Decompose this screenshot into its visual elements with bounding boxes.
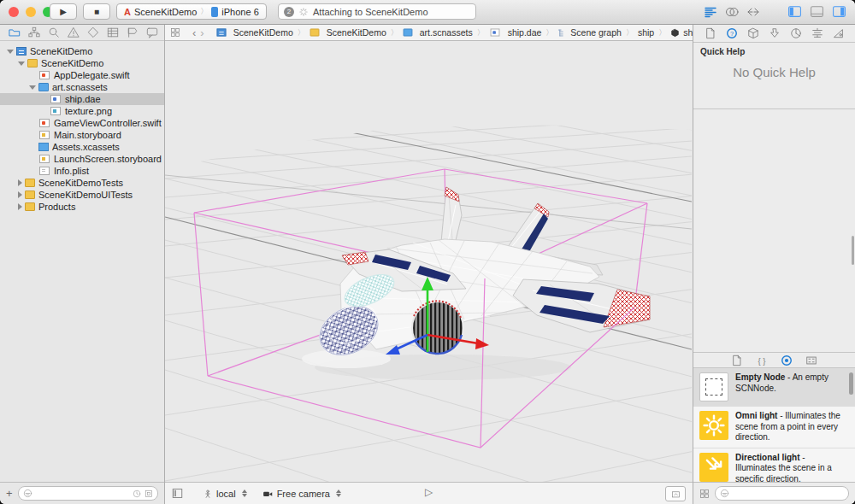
- project-icon: [16, 47, 27, 56]
- navigator-row-ship.dae[interactable]: ship.dae: [0, 93, 164, 105]
- standard-editor-icon[interactable]: [704, 5, 717, 19]
- navigator-row-LaunchScreen.storyboard[interactable]: LaunchScreen.storyboard: [0, 153, 164, 165]
- close-window-button[interactable]: [9, 7, 19, 17]
- jumpbar-item-shipMesh[interactable]: shipMesh: [670, 27, 693, 38]
- navigator-row-SceneKitDemoTests[interactable]: SceneKitDemoTests: [0, 177, 164, 189]
- toggle-inspector-button[interactable]: [832, 4, 846, 19]
- back-button[interactable]: ‹: [192, 26, 196, 39]
- scene-editor-viewport[interactable]: [165, 41, 693, 482]
- disclosure-triangle[interactable]: [18, 179, 22, 186]
- add-button[interactable]: +: [6, 488, 13, 499]
- overlay-icon: [671, 489, 681, 499]
- editor-overlay-button[interactable]: [665, 486, 686, 501]
- media-library-tab[interactable]: [805, 355, 817, 366]
- navigator-row-Assets.xcassets[interactable]: Assets.xcassets: [0, 141, 164, 153]
- transform-space-icon: [203, 489, 212, 498]
- file-template-library-tab[interactable]: [731, 355, 743, 366]
- navigator-row-texture.png[interactable]: texture.png: [0, 105, 164, 117]
- minimize-window-button[interactable]: [26, 7, 36, 17]
- recent-files-icon[interactable]: [133, 489, 141, 498]
- material-inspector-tab[interactable]: [790, 27, 802, 39]
- quick-help-inspector-tab[interactable]: ?: [726, 27, 738, 39]
- jumpbar-item-ship[interactable]: ship: [638, 27, 654, 38]
- navigator-row-AppDelegate.swift[interactable]: AppDelegate.swift: [0, 69, 164, 81]
- navigator-panel: SceneKitDemoSceneKitDemoAppDelegate.swif…: [0, 25, 165, 504]
- navigator-row-Info.plist[interactable]: Info.plist: [0, 165, 164, 177]
- search-navigator-icon[interactable]: [48, 26, 60, 38]
- toolbar-right-controls: [704, 4, 846, 19]
- dae-icon: [50, 95, 61, 103]
- jumpbar-item-art.scnassets[interactable]: art.scnassets: [403, 27, 473, 38]
- scene-editor-toolbar: local Free camera ▷: [165, 482, 693, 504]
- inspector-scrollbar[interactable]: [852, 236, 854, 265]
- disclosure-triangle[interactable]: [18, 191, 22, 198]
- navigator-row-art.scnassets[interactable]: art.scnassets: [0, 81, 164, 93]
- disclosure-triangle[interactable]: [29, 85, 36, 90]
- stop-button[interactable]: ■: [83, 3, 110, 20]
- toggle-navigator-button[interactable]: [787, 4, 802, 19]
- library-scrollbar[interactable]: [849, 372, 853, 395]
- navigator-row-GameViewController.swift[interactable]: GameViewController.swift: [0, 117, 164, 129]
- jumpbar-item-SceneKitDemo[interactable]: SceneKitDemo: [310, 27, 386, 38]
- quick-help-empty-text: No Quick Help: [693, 65, 855, 79]
- file-name: LaunchScreen.storyboard: [54, 154, 162, 164]
- spinner-icon: [298, 7, 309, 17]
- library-filter-field[interactable]: [715, 486, 849, 501]
- file-inspector-tab[interactable]: [705, 27, 716, 39]
- scheme-selector[interactable]: A SceneKitDemo 〉 iPhone 6: [116, 3, 267, 20]
- jumpbar-item-ship.dae[interactable]: ship.dae: [489, 27, 542, 38]
- test-navigator-icon[interactable]: [87, 26, 99, 38]
- jumpbar-item-Scene graph[interactable]: Scene graph: [557, 27, 622, 38]
- library-item-Empty Node[interactable]: Empty Node - An empty SCNNode.: [693, 368, 855, 407]
- jumpbar-item-SceneKitDemo[interactable]: SceneKitDemo: [216, 27, 293, 38]
- code-snippet-library-tab[interactable]: { }: [756, 355, 768, 366]
- directional-light-icon: [699, 453, 728, 482]
- disclosure-triangle[interactable]: [18, 203, 22, 210]
- library-item-Directional light[interactable]: Directional light - Illuminates the scen…: [693, 448, 855, 483]
- transform-space-dropdown[interactable]: local: [216, 489, 236, 499]
- project-icon: [216, 29, 226, 37]
- navigator-row-Products[interactable]: Products: [0, 201, 164, 213]
- breakpoint-navigator-icon[interactable]: [127, 26, 139, 38]
- attributes-inspector-tab[interactable]: [769, 27, 781, 39]
- library-view-mode-icon[interactable]: [699, 489, 710, 499]
- empty-node-icon: [699, 372, 728, 401]
- version-editor-icon[interactable]: [746, 5, 760, 19]
- symbol-navigator-icon[interactable]: [28, 26, 40, 38]
- forward-button[interactable]: ›: [200, 26, 203, 39]
- run-button[interactable]: ▶: [50, 3, 77, 20]
- scheme-name: SceneKitDemo: [134, 7, 197, 17]
- toggle-debug-area-button[interactable]: [810, 4, 824, 19]
- disclosure-triangle[interactable]: [7, 50, 14, 54]
- navigator-row-SceneKitDemo[interactable]: SceneKitDemo: [0, 57, 164, 69]
- project-navigator-icon[interactable]: [9, 26, 21, 38]
- file-name: SceneKitDemoUITests: [38, 190, 133, 200]
- size-inspector-tab[interactable]: [811, 27, 823, 39]
- navigator-row-Main.storyboard[interactable]: Main.storyboard: [0, 129, 164, 141]
- issue-navigator-icon[interactable]: [68, 26, 80, 38]
- disclosure-triangle[interactable]: [18, 62, 25, 66]
- camera-dropdown[interactable]: Free camera: [277, 489, 330, 499]
- object-library-tab[interactable]: [781, 355, 793, 366]
- folder-icon: [25, 202, 35, 211]
- related-items-icon[interactable]: [170, 27, 180, 38]
- library-item-text: Omni light - Illuminates the scene from …: [735, 411, 846, 443]
- navigator-row-SceneKitDemo[interactable]: SceneKitDemo: [0, 45, 164, 57]
- filter-icon: [23, 489, 32, 498]
- library-item-text: Directional light - Illuminates the scen…: [735, 453, 846, 483]
- node-inspector-tab[interactable]: [747, 27, 759, 39]
- library-item-Omni light[interactable]: Omni light - Illuminates the scene from …: [693, 407, 855, 448]
- navigator-filter-field[interactable]: [18, 486, 158, 501]
- scene-inspector-tab[interactable]: [833, 27, 845, 39]
- scm-status-icon[interactable]: [144, 489, 153, 498]
- report-navigator-icon[interactable]: [146, 26, 158, 38]
- assistant-editor-icon[interactable]: [725, 5, 739, 19]
- play-scene-button[interactable]: ▷: [425, 486, 433, 498]
- scene-graph-toggle-icon[interactable]: [172, 488, 183, 499]
- scene-3d-canvas[interactable]: [165, 41, 692, 484]
- debug-navigator-icon[interactable]: [107, 26, 119, 38]
- activity-viewer[interactable]: 2 Attaching to SceneKitDemo: [278, 3, 476, 20]
- file-name: SceneKitDemo: [30, 46, 92, 56]
- navigator-row-SceneKitDemoUITests[interactable]: SceneKitDemoUITests: [0, 189, 164, 201]
- chevron-separator: 〉: [545, 27, 553, 38]
